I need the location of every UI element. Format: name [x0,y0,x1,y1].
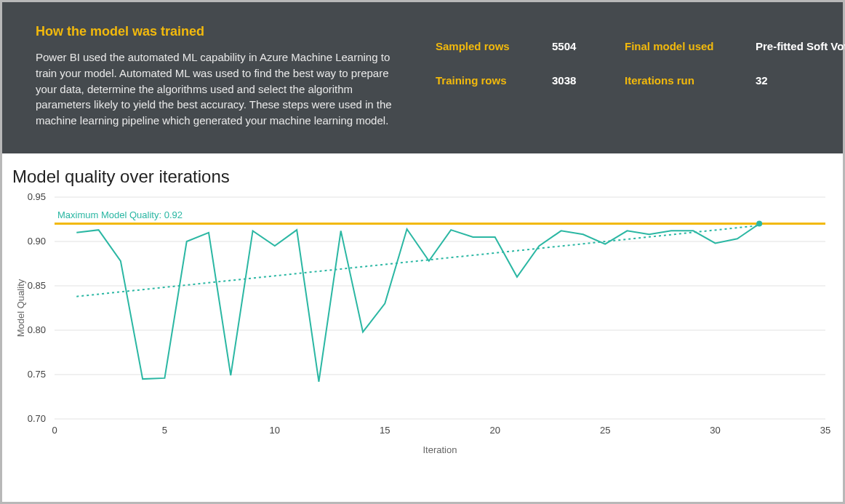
svg-text:0.70: 0.70 [28,413,46,424]
stat-training-rows-value: 3038 [552,74,617,87]
stat-iterations-run-value: 32 [756,74,845,87]
stat-final-model-label: Final model used [625,40,748,52]
training-intro-body: Power BI used the automated ML capabilit… [36,49,407,129]
svg-text:0.80: 0.80 [28,324,46,335]
report-page: How the model was trained Power BI used … [0,0,845,504]
svg-point-25 [756,220,762,226]
training-intro-title: How the model was trained [36,24,407,39]
stat-final-model-value: Pre-fitted Soft Voting Classifier [756,40,845,52]
stat-iterations-run-label: Iterations run [625,74,748,87]
svg-text:5: 5 [162,425,167,436]
chart-title: Model quality over iterations [12,167,833,187]
svg-text:0: 0 [52,425,57,436]
svg-text:0.90: 0.90 [28,236,46,247]
training-summary-panel: How the model was trained Power BI used … [2,2,843,153]
svg-text:0.95: 0.95 [28,191,46,202]
stat-sampled-rows-value: 5504 [552,40,617,52]
training-stats-grid: Sampled rows 5504 Final model used Pre-f… [436,24,845,129]
svg-text:20: 20 [489,425,500,436]
svg-text:15: 15 [380,425,390,436]
svg-text:Iteration: Iteration [423,444,457,455]
svg-text:25: 25 [600,425,610,436]
training-intro: How the model was trained Power BI used … [36,24,407,129]
chart-panel: Model quality over iterations 0.700.750.… [2,153,843,469]
stat-training-rows-label: Training rows [436,74,545,87]
svg-text:Maximum Model Quality: 0.92: Maximum Model Quality: 0.92 [57,209,183,220]
svg-text:0.75: 0.75 [28,369,46,380]
svg-text:35: 35 [820,425,830,436]
model-quality-chart: 0.700.750.800.850.900.9505101520253035It… [12,190,833,459]
svg-text:10: 10 [270,425,280,436]
svg-text:0.85: 0.85 [28,280,46,291]
svg-text:30: 30 [710,425,720,436]
stat-sampled-rows-label: Sampled rows [436,40,545,52]
svg-text:Model Quality: Model Quality [15,279,26,337]
